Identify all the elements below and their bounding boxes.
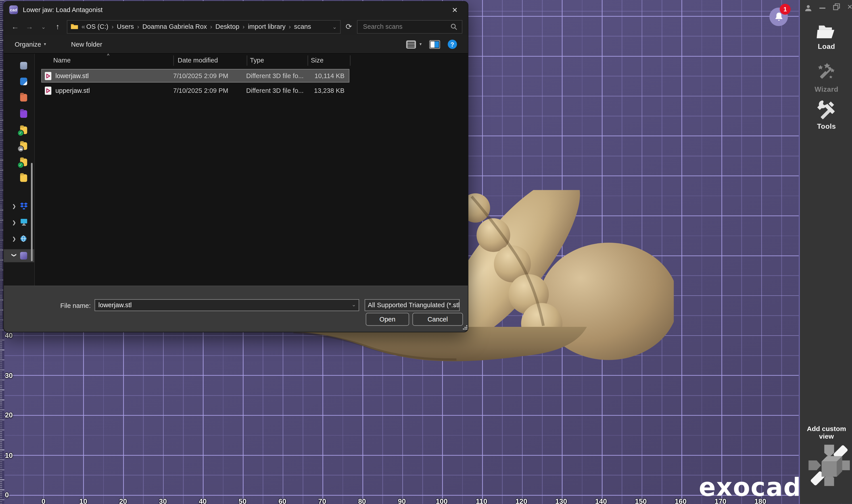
x-axis-tick-label: 50	[223, 497, 262, 504]
tree-scrollbar[interactable]	[31, 163, 33, 261]
this-pc-icon[interactable]	[20, 219, 28, 226]
file-name-dropdown-chevron-icon[interactable]: ⌄	[352, 302, 356, 307]
file-name-input[interactable]	[94, 299, 359, 311]
synced-badge-icon: ✓	[17, 162, 24, 168]
view-mode-icon[interactable]	[406, 40, 416, 49]
expand-chevron-icon[interactable]: ❯	[10, 220, 18, 225]
new-folder-button[interactable]: New folder	[71, 40, 102, 48]
breadcrumb-segment[interactable]: import library	[248, 23, 285, 30]
close-window-icon[interactable]: ✕	[847, 3, 852, 11]
file-type-value: All Supported Triangulated (*.stl	[368, 302, 460, 309]
breadcrumb-segment[interactable]: scans	[294, 23, 311, 30]
sidebar-item-tools[interactable]: Tools	[800, 98, 852, 130]
x-axis-tick-label: 10	[64, 497, 103, 504]
search-box[interactable]	[357, 20, 463, 34]
history-chevron-icon[interactable]: ⌄	[36, 24, 50, 30]
open-button[interactable]: Open	[366, 313, 409, 326]
address-bar[interactable]: « OS (C:) › Users › Doamna Gabriela Rox …	[67, 20, 341, 34]
column-header-date-modified[interactable]: Date modified	[174, 55, 247, 66]
folder-red-icon[interactable]	[20, 94, 27, 102]
load-label: Load	[800, 42, 852, 51]
selected-tree-item[interactable]	[4, 249, 34, 262]
file-row-lowerjaw[interactable]: lowerjaw.stl 7/10/2025 2:09 PM Different…	[42, 70, 349, 82]
preview-pane-icon[interactable]	[429, 40, 440, 49]
file-type-select[interactable]: All Supported Triangulated (*.stl ⌄	[365, 299, 460, 311]
user-account-icon[interactable]	[804, 4, 813, 13]
x-axis-tick-label: 20	[103, 497, 143, 504]
organize-caret-icon: ▾	[44, 42, 46, 47]
dropbox-icon[interactable]	[20, 202, 28, 210]
dialog-close-icon[interactable]: ✕	[447, 6, 463, 14]
address-dropdown-chevron-icon[interactable]: ⌄	[332, 24, 337, 30]
view-mode-caret-icon[interactable]: ▾	[419, 42, 422, 47]
view-left-arrow[interactable]	[808, 461, 821, 470]
forward-icon[interactable]: →	[22, 22, 36, 31]
organize-button[interactable]: Organize	[15, 40, 41, 48]
notification-bell[interactable]: 1	[769, 7, 788, 26]
refresh-icon[interactable]: ⟳	[341, 22, 357, 31]
tools-icon	[816, 98, 837, 120]
sidebar-item-wizard[interactable]: Wizard	[800, 61, 852, 93]
navigation-pane[interactable]: ✓ ☁ ✓ ❯ ❯ ❯ ❯	[4, 54, 35, 288]
up-icon[interactable]: ↑	[50, 22, 65, 31]
back-icon[interactable]: ←	[8, 22, 22, 31]
file-size: 13,238 KB	[307, 87, 349, 94]
expand-chevron-icon[interactable]: ❯	[10, 204, 18, 209]
wizard-label: Wizard	[800, 85, 852, 93]
dialog-titlebar[interactable]: cad Lower jaw: Load Antagonist ✕	[4, 2, 468, 18]
file-type-chevron-icon: ⌄	[452, 302, 457, 308]
column-header-size[interactable]: Size	[308, 55, 350, 66]
column-header-type[interactable]: Type	[247, 55, 308, 66]
breadcrumb-segment[interactable]: Doamna Gabriela Rox	[142, 23, 207, 30]
breadcrumb-separator: ›	[111, 23, 114, 30]
column-header-name[interactable]: Name	[35, 55, 174, 66]
x-axis-tick-label: 0	[23, 497, 63, 504]
file-name: lowerjaw.stl	[55, 72, 173, 79]
breadcrumb-segment[interactable]: Users	[117, 23, 134, 30]
cube-front-face[interactable]	[822, 462, 837, 477]
file-open-dialog: cad Lower jaw: Load Antagonist ✕ ← → ⌄ ↑…	[3, 1, 468, 332]
app-window: 403020100 010203040506070809010011012013…	[0, 0, 852, 504]
cancel-button[interactable]: Cancel	[412, 313, 463, 326]
x-axis-tick-label: 60	[263, 497, 302, 504]
restore-window-icon[interactable]	[833, 3, 840, 11]
view-cube-widget[interactable]	[805, 441, 852, 490]
gallery-icon[interactable]	[20, 78, 27, 85]
x-axis-tick-label: 180	[741, 497, 780, 504]
x-axis-tick-label: 90	[382, 497, 422, 504]
folder-purple-icon[interactable]	[20, 110, 27, 118]
expand-chevron-icon[interactable]: ❯	[10, 236, 18, 241]
search-input[interactable]	[362, 22, 451, 31]
dialog-title: Lower jaw: Load Antagonist	[23, 6, 103, 14]
breadcrumb-collapsed-chevron[interactable]: «	[82, 23, 85, 30]
folder-icon	[71, 23, 78, 30]
documents-folder-icon[interactable]: ☁	[20, 142, 27, 150]
search-icon	[451, 23, 458, 30]
help-icon[interactable]: ?	[448, 40, 457, 49]
network-icon[interactable]	[20, 235, 28, 242]
x-axis-tick-label: 130	[541, 497, 581, 504]
exocad-tree-icon[interactable]	[20, 252, 27, 259]
file-row-upperjaw[interactable]: upperjaw.stl 7/10/2025 2:09 PM Different…	[42, 84, 349, 96]
notification-badge: 1	[780, 4, 790, 15]
breadcrumb-segment[interactable]: OS (C:)	[86, 23, 108, 30]
downloads-folder-icon[interactable]: ✓	[20, 159, 27, 166]
sidebar-item-load[interactable]: Load	[800, 24, 852, 50]
resize-grip[interactable]	[463, 325, 467, 329]
folder-yellow-icon[interactable]	[20, 174, 27, 182]
x-axis-tick-label: 140	[581, 497, 621, 504]
minimize-icon[interactable]	[819, 7, 825, 9]
wizard-wand-icon	[816, 61, 837, 83]
y-axis-tick-label: 20	[5, 411, 13, 451]
add-custom-view-button[interactable]: Add custom view	[800, 425, 852, 440]
home-icon[interactable]	[20, 62, 27, 69]
y-axis-tick-label: 30	[5, 371, 13, 411]
x-axis-tick-label: 110	[462, 497, 502, 504]
view-top-arrow[interactable]	[824, 445, 834, 457]
desktop-folder-icon[interactable]: ✓	[20, 126, 27, 134]
breadcrumb-segment[interactable]: Desktop	[215, 23, 239, 30]
column-headers: ^ Name Date modified Type Size	[35, 54, 468, 67]
dialog-footer: File name: ⌄ All Supported Triangulated …	[4, 286, 468, 332]
collapse-chevron-icon[interactable]: ❯	[12, 251, 17, 259]
x-axis-tick-label: 160	[661, 497, 700, 504]
